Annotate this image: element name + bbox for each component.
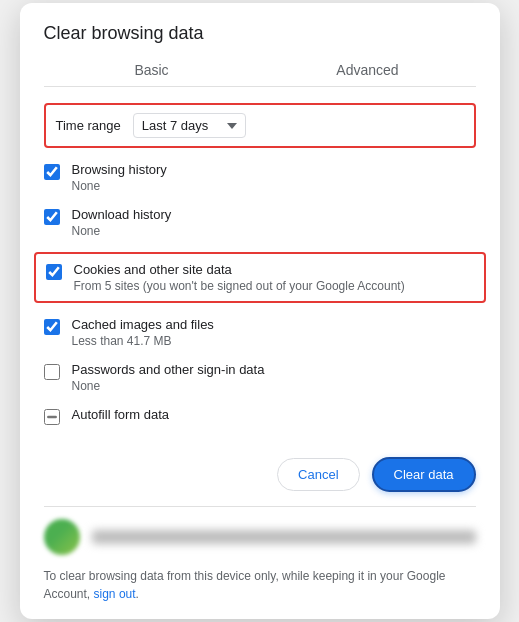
avatar [44, 519, 80, 555]
clear-data-button[interactable]: Clear data [372, 457, 476, 492]
item-sub-cookies: From 5 sites (you won't be signed out of… [74, 279, 405, 293]
item-cookies: Cookies and other site data From 5 sites… [34, 252, 486, 303]
item-sub-cached-images: Less than 41.7 MB [72, 334, 214, 348]
item-cached-images: Cached images and files Less than 41.7 M… [44, 317, 476, 348]
profile-section [20, 507, 500, 567]
clear-browsing-data-dialog: Clear browsing data Basic Advanced Time … [20, 3, 500, 619]
tab-advanced[interactable]: Advanced [260, 54, 476, 86]
time-range-select[interactable]: Last hour Last 24 hours Last 7 days Last… [133, 113, 246, 138]
item-title-autofill: Autofill form data [72, 407, 170, 422]
content-area: Time range Last hour Last 24 hours Last … [20, 87, 500, 443]
item-title-cached-images: Cached images and files [72, 317, 214, 332]
footer-text: To clear browsing data from this device … [20, 567, 500, 619]
item-title-passwords: Passwords and other sign-in data [72, 362, 265, 377]
checkbox-cached-images[interactable] [44, 319, 60, 339]
item-passwords: Passwords and other sign-in data None [44, 362, 476, 393]
profile-name [92, 530, 476, 544]
time-range-label: Time range [56, 118, 121, 133]
item-download-history: Download history None [44, 207, 476, 238]
checkbox-cookies[interactable] [46, 264, 62, 284]
item-sub-browsing-history: None [72, 179, 167, 193]
footer-text-after-link: . [136, 587, 139, 601]
tabs-container: Basic Advanced [44, 54, 476, 87]
actions-row: Cancel Clear data [20, 443, 500, 506]
checkbox-download-history[interactable] [44, 209, 60, 229]
sign-out-link[interactable]: sign out [94, 587, 136, 601]
checkbox-passwords[interactable] [44, 364, 60, 384]
item-title-browsing-history: Browsing history [72, 162, 167, 177]
checkbox-autofill[interactable] [44, 409, 60, 429]
item-autofill: Autofill form data [44, 407, 476, 429]
item-browsing-history: Browsing history None [44, 162, 476, 193]
item-title-cookies: Cookies and other site data [74, 262, 405, 277]
time-range-row: Time range Last hour Last 24 hours Last … [44, 103, 476, 148]
dialog-title: Clear browsing data [20, 3, 500, 54]
tab-basic[interactable]: Basic [44, 54, 260, 86]
item-sub-passwords: None [72, 379, 265, 393]
cancel-button[interactable]: Cancel [277, 458, 359, 491]
item-sub-download-history: None [72, 224, 172, 238]
checkbox-browsing-history[interactable] [44, 164, 60, 184]
item-title-download-history: Download history [72, 207, 172, 222]
